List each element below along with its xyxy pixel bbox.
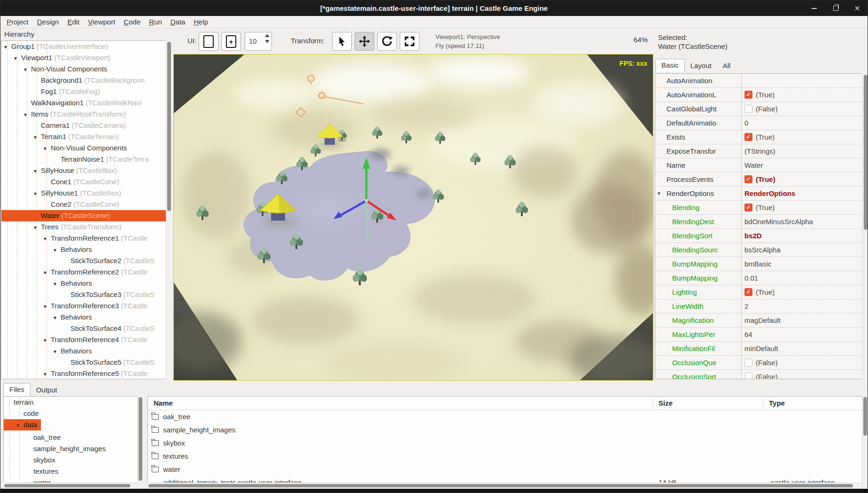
hierarchy-item-transformreference1[interactable]: ▾TransformReference1 (TCastle xyxy=(1,233,171,244)
property-value[interactable]: (TStrings) xyxy=(744,144,862,158)
menu-item-run[interactable]: Run xyxy=(145,18,166,26)
file-row-skybox[interactable]: skybox xyxy=(148,437,868,450)
file-row-textures[interactable]: textures xyxy=(148,450,868,463)
scrollbar-thumb[interactable] xyxy=(148,484,853,487)
hierarchy-item-sticktosurface4[interactable]: StickToSurface4 (TCastleS xyxy=(1,323,171,334)
property-row-autoanimation[interactable]: AutoAnimation xyxy=(655,74,863,88)
property-row-maxlightsper[interactable]: MaxLightsPer64 xyxy=(655,328,863,342)
expanded-arrow-icon[interactable]: ▾ xyxy=(54,312,61,323)
file-row-oak-tree[interactable]: oak_tree xyxy=(148,410,868,423)
property-value[interactable]: 2 xyxy=(744,299,862,313)
expanded-arrow-icon[interactable]: ▾ xyxy=(658,187,660,200)
hierarchy-item-terrainnoise1[interactable]: TerrainNoise1 (TCastleTerra xyxy=(1,154,171,165)
hierarchy-item-transformreference5[interactable]: ▾TransformReference5 (TCastle xyxy=(1,368,171,379)
hierarchy-item-fog1[interactable]: Fog1 (TCastleFog) xyxy=(1,86,171,97)
scrollbar-thumb[interactable] xyxy=(167,42,171,211)
file-list-vscrollbar[interactable] xyxy=(862,396,868,488)
property-value[interactable]: 64 xyxy=(744,328,862,341)
hierarchy-item-sticktosurface2[interactable]: StickToSurface2 (TCastleS xyxy=(1,255,171,266)
file-row-sample-height-images[interactable]: sample_height_images xyxy=(148,423,868,437)
property-row-occlusionsort[interactable]: OcclusionSort(False) xyxy=(655,370,863,379)
hierarchy-item-terrain1[interactable]: ▾Terrain1 (TCastleTerrain) xyxy=(1,131,171,142)
hierarchy-item-background1[interactable]: Background1 (TCastleBackgroun xyxy=(1,75,171,86)
hierarchy-item-transformreference3[interactable]: ▾TransformReference3 (TCastle xyxy=(1,300,171,312)
file-row-water[interactable]: water xyxy=(148,463,868,476)
menu-item-viewport[interactable]: Viewport xyxy=(84,18,119,26)
property-row-exposetransfor[interactable]: ExposeTransfor(TStrings) xyxy=(655,144,863,158)
files-tree-item-skybox[interactable]: skybox xyxy=(4,454,143,466)
files-tree-item-sample-height-images[interactable]: sample_height_images xyxy=(4,443,143,454)
hierarchy-item-sticktosurface5[interactable]: StickToSurface5 (TCastleS xyxy=(1,357,171,368)
hierarchy-item-items[interactable]: ▾Items (TCastleRootTransform) xyxy=(1,109,171,120)
tab-layout[interactable]: Layout xyxy=(685,60,717,72)
restore-button[interactable] xyxy=(832,5,839,12)
scale-tool-button[interactable] xyxy=(400,32,419,51)
property-row-autoanimationl[interactable]: AutoAnimationL✓(True) xyxy=(655,88,863,102)
menu-item-design[interactable]: Design xyxy=(33,18,63,26)
hierarchy-item-transformreference4[interactable]: ▾TransformReference4 (TCastle xyxy=(1,334,171,345)
viewport-3d[interactable]: FPS: xxx xyxy=(173,54,653,381)
property-value[interactable]: (False) xyxy=(744,356,862,369)
expanded-arrow-icon[interactable]: ▾ xyxy=(24,109,31,120)
checkbox-checked-icon[interactable]: ✓ xyxy=(744,91,752,99)
checkbox-checked-icon[interactable]: ✓ xyxy=(744,133,752,141)
files-tree-item-data[interactable]: ▾data xyxy=(4,419,41,430)
expanded-arrow-icon[interactable]: ▾ xyxy=(54,346,61,357)
hierarchy-item-behaviors[interactable]: ▾Behaviors xyxy=(1,278,171,289)
property-row-lighting[interactable]: Lighting✓(True) xyxy=(655,285,863,299)
property-value[interactable]: ✓(True) xyxy=(744,88,862,102)
count-spinner[interactable]: 10 xyxy=(245,32,272,51)
checkbox-checked-icon[interactable]: ✓ xyxy=(744,288,752,296)
checkbox-unchecked-icon[interactable] xyxy=(744,359,752,367)
scrollbar-thumb[interactable] xyxy=(139,397,142,481)
property-row-blendingdest[interactable]: BlendingDestbdOneMinusSrcAlpha xyxy=(655,215,863,229)
files-tree-hscrollbar[interactable] xyxy=(3,483,137,488)
expanded-arrow-icon[interactable]: ▾ xyxy=(14,53,21,63)
add-ui-rect-button[interactable] xyxy=(199,32,218,51)
rotate-tool-button[interactable] xyxy=(377,32,397,51)
property-value[interactable]: ✓(True) xyxy=(744,172,862,186)
expanded-arrow-icon[interactable]: ▾ xyxy=(34,165,41,176)
hierarchy-item-behaviors[interactable]: ▾Behaviors xyxy=(1,244,171,255)
hierarchy-item-behaviors[interactable]: ▾Behaviors xyxy=(1,312,171,323)
spinner-up-icon[interactable] xyxy=(265,34,270,37)
hierarchy-item-trees[interactable]: ▾Trees (TCastleTransform) xyxy=(1,221,171,233)
expanded-arrow-icon[interactable]: ▾ xyxy=(34,222,41,233)
menu-item-help[interactable]: Help xyxy=(189,18,212,26)
expanded-arrow-icon[interactable]: ▾ xyxy=(44,267,51,278)
property-row-bumpmapping[interactable]: BumpMappingbmBasic xyxy=(655,257,863,271)
property-row-renderoptions[interactable]: ▾RenderOptionsRenderOptions xyxy=(655,187,863,201)
scrollbar-thumb[interactable] xyxy=(863,397,867,436)
file-list-hscrollbar[interactable] xyxy=(147,483,862,488)
checkbox-unchecked-icon[interactable] xyxy=(744,373,752,379)
tab-all[interactable]: All xyxy=(717,60,736,72)
menu-item-project[interactable]: Project xyxy=(2,18,33,26)
property-value[interactable]: Water xyxy=(744,158,862,172)
property-value[interactable]: bs2D xyxy=(744,229,862,243)
property-value[interactable] xyxy=(744,74,862,87)
hierarchy-item-group1[interactable]: ▾Group1 (TCastleUserInterface) xyxy=(1,41,171,52)
tab-files[interactable]: Files xyxy=(3,383,31,396)
checkbox-checked-icon[interactable]: ✓ xyxy=(744,203,752,211)
inspector-scrollbar[interactable] xyxy=(862,73,868,379)
column-header-type[interactable]: Type xyxy=(769,397,785,409)
property-row-bumpmapping[interactable]: BumpMapping0.01 xyxy=(655,271,863,285)
property-value[interactable]: RenderOptions xyxy=(744,187,862,200)
property-row-name[interactable]: NameWater xyxy=(655,158,863,172)
property-value[interactable]: 0 xyxy=(744,116,862,130)
hierarchy-item-sillyhouse1[interactable]: ▾SillyHouse1 (TCastleBox) xyxy=(1,188,171,199)
expanded-arrow-icon[interactable]: ▾ xyxy=(44,335,51,345)
files-tree-item-oak-tree[interactable]: oak_tree xyxy=(4,432,143,443)
files-tree-item-code[interactable]: code xyxy=(4,408,143,419)
hierarchy-item-viewport1[interactable]: ▾Viewport1 (TCastleViewport) xyxy=(1,52,171,63)
menu-item-code[interactable]: Code xyxy=(119,18,145,26)
property-value[interactable]: (False) xyxy=(744,370,862,379)
scrollbar-thumb[interactable] xyxy=(864,75,868,230)
property-row-occlusionque[interactable]: OcclusionQue(False) xyxy=(655,356,863,370)
minimize-button[interactable] xyxy=(810,5,818,12)
checkbox-unchecked-icon[interactable] xyxy=(744,105,752,113)
expanded-arrow-icon[interactable]: ▾ xyxy=(44,301,51,312)
property-value[interactable]: minDefault xyxy=(744,342,862,355)
property-row-blending[interactable]: Blending✓(True) xyxy=(655,201,863,215)
expanded-arrow-icon[interactable]: ▾ xyxy=(16,420,23,430)
